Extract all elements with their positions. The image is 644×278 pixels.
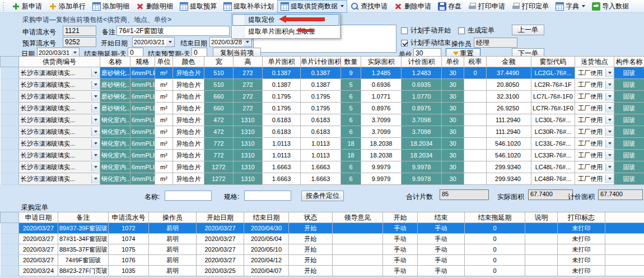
detail-cell[interactable]: 299.9340 bbox=[487, 161, 531, 173]
order-cell[interactable]: 手动 bbox=[418, 234, 465, 244]
detail-cell[interactable]: 3.7098 bbox=[402, 126, 442, 138]
order-column-header[interactable]: 备注 bbox=[58, 212, 109, 223]
detail-column-header[interactable]: 供货商编号 bbox=[19, 57, 100, 67]
detail-cell[interactable]: 异地合片 bbox=[173, 161, 204, 173]
order-cell[interactable] bbox=[525, 266, 558, 276]
detail-cell[interactable]: 0.6183 bbox=[301, 114, 341, 126]
chevron-down-icon[interactable] bbox=[91, 128, 100, 136]
detail-cell[interactable]: 1.6663 bbox=[301, 173, 341, 185]
detail-cell[interactable]: 6mmPLE... bbox=[130, 103, 155, 114]
detail-cell[interactable]: 异地合片 bbox=[173, 79, 204, 91]
order-cell[interactable]: 易明 bbox=[149, 266, 197, 276]
detail-cell[interactable]: 6mmPLE... bbox=[130, 114, 155, 126]
detail-cell[interactable] bbox=[464, 103, 487, 114]
locate-name-input[interactable] bbox=[165, 191, 212, 201]
detail-cell[interactable]: 长沙市潇湘玻璃实... bbox=[19, 114, 100, 126]
chevron-down-icon[interactable] bbox=[605, 151, 614, 160]
order-cell[interactable]: 0 bbox=[465, 223, 525, 234]
detail-cell[interactable]: 0.8976 bbox=[361, 103, 402, 114]
detail-cell[interactable]: LC7R-76#-1F0 bbox=[531, 103, 575, 114]
detail-cell[interactable]: 1310 bbox=[234, 173, 263, 185]
order-cell[interactable]: 手动 bbox=[418, 223, 465, 234]
toolbar-button-find-apply[interactable]: 查找申请 bbox=[347, 0, 391, 13]
detail-cell[interactable]: 钢化室内... bbox=[100, 138, 130, 150]
detail-cell[interactable]: m² bbox=[155, 91, 173, 103]
detail-cell[interactable]: 1.0770 bbox=[402, 91, 442, 103]
detail-cell[interactable] bbox=[464, 91, 487, 103]
detail-row[interactable]: 长沙市潇湘玻璃实...磨砂钢化...6mmPLE...m²异地合片6602720… bbox=[1, 91, 644, 103]
order-cell[interactable] bbox=[525, 255, 558, 266]
order-cell[interactable]: 未打印 bbox=[558, 234, 605, 244]
detail-column-header[interactable]: 单片面积 bbox=[263, 57, 301, 67]
detail-cell[interactable]: 0.6936 bbox=[361, 79, 402, 91]
order-row[interactable]: 2020/03/2787#31-34F窗固玻1074易明2020/03/2720… bbox=[1, 234, 644, 244]
detail-cell[interactable]: 20.8050 bbox=[487, 79, 531, 91]
detail-cell[interactable]: 6 bbox=[341, 126, 361, 138]
order-row-gutter[interactable] bbox=[1, 223, 19, 234]
detail-cell[interactable]: 工厂使用 bbox=[575, 173, 614, 185]
chevron-down-icon[interactable] bbox=[91, 151, 100, 160]
toolbar-button-delete-detail[interactable]: 删除明细 bbox=[133, 0, 176, 13]
detail-cell[interactable]: 0.1387 bbox=[301, 67, 341, 79]
order-cell[interactable]: 手动 bbox=[383, 266, 418, 276]
chevron-down-icon[interactable] bbox=[166, 38, 174, 47]
order-row-gutter[interactable] bbox=[1, 255, 19, 266]
chevron-down-icon[interactable] bbox=[605, 69, 614, 77]
detail-cell[interactable]: 30 bbox=[442, 150, 464, 161]
detail-cell[interactable]: 1.2485 bbox=[361, 67, 402, 79]
order-row[interactable]: 2020/03/2488#23-27F门页玻1035易明2020/03/2520… bbox=[1, 266, 644, 276]
detail-cell[interactable]: 工厂使用 bbox=[575, 126, 614, 138]
detail-cell[interactable]: 1.6663 bbox=[263, 173, 301, 185]
detail-cell[interactable]: 6 bbox=[341, 91, 361, 103]
order-column-header[interactable]: 申请流水号 bbox=[109, 212, 149, 223]
order-column-header[interactable]: 结束拖延期 bbox=[465, 212, 525, 223]
order-row[interactable]: 2020/03/2789#37-39F窗固玻1072易明2020/03/2720… bbox=[1, 223, 644, 234]
detail-cell[interactable]: 1.0113 bbox=[301, 150, 341, 161]
detail-cell[interactable]: 钢化室内... bbox=[100, 150, 130, 161]
detail-cell[interactable]: 固玻 bbox=[614, 150, 644, 161]
chevron-down-icon[interactable] bbox=[91, 92, 100, 101]
detail-cell[interactable]: 固玻 bbox=[614, 126, 644, 138]
detail-cell[interactable]: 工厂使用 bbox=[575, 103, 614, 114]
detail-cell[interactable]: 30 bbox=[442, 161, 464, 173]
order-cell[interactable]: 2020/05/04 bbox=[244, 234, 289, 244]
detail-column-header[interactable]: 计价面积 bbox=[402, 57, 442, 67]
order-cell[interactable]: 2020/03/27 bbox=[19, 255, 58, 266]
detail-cell[interactable]: 3.7099 bbox=[361, 114, 402, 126]
detail-cell[interactable]: 510 bbox=[204, 79, 234, 91]
detail-cell[interactable]: 660 bbox=[204, 103, 234, 114]
toolbar-button-add-detail[interactable]: 添加明细 bbox=[89, 0, 133, 13]
chevron-down-icon[interactable] bbox=[605, 92, 614, 101]
toolbar-button-import-data[interactable]: 导入数据 bbox=[589, 0, 632, 13]
order-cell[interactable]: 2020/03/24 bbox=[19, 266, 58, 276]
order-column-header[interactable]: 结束 bbox=[418, 212, 465, 223]
detail-cell[interactable]: 1272 bbox=[204, 173, 234, 185]
detail-cell[interactable] bbox=[464, 161, 487, 173]
detail-cell[interactable]: 272 bbox=[234, 103, 263, 114]
order-cell[interactable]: 2020/03/27 bbox=[19, 223, 58, 234]
detail-cell[interactable]: 固玻 bbox=[614, 161, 644, 173]
detail-cell[interactable]: 0.6183 bbox=[301, 126, 341, 138]
detail-cell[interactable]: 工厂使用 bbox=[575, 91, 614, 103]
order-cell[interactable]: 2020/04/30 bbox=[244, 223, 289, 234]
detail-cell[interactable]: 9.9978 bbox=[402, 161, 442, 173]
detail-cell[interactable]: 30 bbox=[442, 91, 464, 103]
toolbar-button-print-order[interactable]: 打印定单 bbox=[508, 0, 552, 13]
detail-column-header[interactable]: 高 bbox=[234, 57, 263, 67]
detail-cell[interactable]: 0 bbox=[464, 67, 487, 79]
order-cell[interactable]: 开始 bbox=[289, 244, 333, 255]
chevron-down-icon[interactable] bbox=[244, 38, 251, 47]
order-cell[interactable]: 88#23-27F门页玻 bbox=[58, 266, 109, 276]
detail-cell[interactable]: 30 bbox=[442, 138, 464, 150]
detail-cell[interactable]: 固玻 bbox=[614, 91, 644, 103]
chevron-down-icon[interactable] bbox=[91, 175, 100, 183]
detail-cell[interactable]: 0.6183 bbox=[263, 126, 301, 138]
detail-row[interactable]: 长沙市潇湘玻璃实...钢化室内...6mmPLE...m²异地合片4721310… bbox=[1, 126, 644, 138]
order-column-header[interactable]: 结束日期 bbox=[244, 212, 289, 223]
detail-cell[interactable]: 6mmPLE... bbox=[130, 173, 155, 185]
detail-row-gutter[interactable] bbox=[1, 173, 19, 185]
detail-cell[interactable]: 546.1020 bbox=[487, 150, 531, 161]
detail-cell[interactable]: 272 bbox=[234, 79, 263, 91]
locate-spec-input[interactable] bbox=[244, 191, 291, 201]
gen-order-checkbox[interactable]: 生成定单 bbox=[458, 26, 494, 35]
